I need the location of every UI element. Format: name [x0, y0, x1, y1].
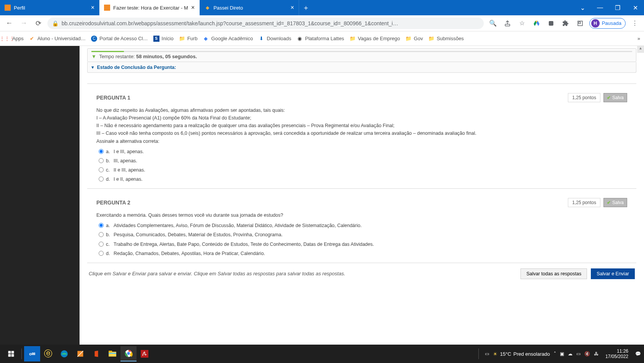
estado-label: Estado de Conclusão da Pergunta:	[97, 65, 176, 70]
bookmark-icon: ✔	[29, 36, 35, 42]
zoom-icon[interactable]: 🔍	[488, 18, 498, 29]
task-outlook[interactable]: o✉	[24, 346, 40, 361]
radio-input[interactable]	[99, 167, 104, 172]
puzzle-icon[interactable]	[560, 18, 571, 29]
task-office[interactable]	[88, 346, 104, 361]
tab-search-icon[interactable]: ⌄	[574, 0, 591, 15]
radio-input[interactable]	[99, 158, 104, 163]
task-notes[interactable]	[72, 346, 88, 361]
check-icon: ✔	[607, 200, 611, 205]
windows-taskbar: o✉ ⓔ ▭ ☀ 15°C Pred ensolarado ˄ ▣ ☁ ▭ 🔇 …	[0, 345, 644, 363]
star-icon[interactable]: ☆	[517, 18, 527, 29]
profile-status-label: Pausada	[602, 20, 621, 26]
clock[interactable]: 11:26 17/05/2022	[602, 348, 631, 360]
bookmark-furb[interactable]: 📁Furb	[179, 36, 198, 42]
timer-minutes: 58 minutos,	[136, 54, 165, 59]
option-c[interactable]: c. II e III, apenas.	[96, 165, 627, 175]
tray-network-icon[interactable]: 🖧	[594, 351, 598, 356]
clock-date: 17/05/2022	[605, 354, 628, 359]
question-1: PERGUNTA 1 1,25 pontos ✔ Salva No que di…	[87, 83, 636, 189]
timer-bar: ▼ Tempo restante: 58 minutos, 05 segundo…	[87, 48, 636, 62]
option-letter: a.	[106, 222, 111, 229]
reload-button[interactable]: ⟳	[33, 18, 44, 29]
task-ie[interactable]: ⓔ	[40, 346, 56, 361]
new-tab-button[interactable]: ＋	[299, 0, 313, 15]
option-d[interactable]: d. I e II, apenas.	[96, 175, 627, 184]
bookmark-google-academico[interactable]: ◆Google Acadêmico	[203, 36, 253, 42]
tray-meet-icon[interactable]: ▣	[560, 351, 564, 356]
bookmark-lattes[interactable]: ◉Plataforma Lattes	[297, 36, 344, 42]
question-line: I – A Avaliação Presencial (A1) compõe 6…	[96, 114, 627, 121]
radio-input[interactable]	[99, 242, 104, 247]
option-text: Redação, Chamados, Debates, Apostilas, H…	[114, 250, 265, 257]
task-view-icon[interactable]: ▭	[485, 351, 489, 356]
option-a[interactable]: a. Atividades Complementares, Aviso, Fór…	[96, 221, 627, 230]
svg-rect-10	[8, 354, 11, 357]
tray-battery-icon[interactable]: ▭	[576, 351, 581, 356]
bookmark-submissoes[interactable]: 📁Submissões	[428, 36, 464, 42]
task-explorer[interactable]	[104, 346, 120, 361]
bookmark-icon: C	[91, 36, 97, 42]
save-all-button[interactable]: Salvar todas as respostas	[520, 268, 587, 279]
svg-rect-8	[8, 351, 11, 354]
tab-perfil[interactable]: Perfil ×	[0, 0, 99, 15]
tray-volume-icon[interactable]: 🔇	[584, 351, 590, 356]
option-text: Trabalho de Entrega, Alertas, Bate Papo,…	[114, 241, 374, 248]
weather-widget[interactable]: ☀ 15°C Pred ensolarado	[493, 351, 550, 357]
drive-icon[interactable]	[531, 18, 542, 29]
option-b[interactable]: b. III, apenas.	[96, 156, 627, 165]
bookmark-downloads[interactable]: ⬇Downloads	[258, 36, 291, 42]
share-icon[interactable]	[502, 18, 513, 29]
svg-rect-7	[579, 22, 581, 24]
task-acrobat[interactable]	[137, 346, 153, 361]
bookmark-gov[interactable]: 📁Gov	[405, 36, 423, 42]
bookmark-overflow[interactable]: »	[637, 36, 640, 41]
bookmark-vagas[interactable]: 📁Vagas de Emprego	[350, 36, 400, 42]
radio-input[interactable]	[99, 232, 104, 237]
radio-input[interactable]	[99, 177, 104, 182]
scroll-up-button[interactable]: ▲	[637, 46, 644, 53]
reading-list-icon[interactable]	[575, 18, 585, 29]
close-icon[interactable]: ×	[91, 5, 94, 11]
radio-input[interactable]	[99, 223, 104, 228]
option-c[interactable]: c. Trabalho de Entrega, Alertas, Bate Pa…	[96, 240, 627, 249]
start-button[interactable]	[3, 346, 19, 361]
task-chrome[interactable]	[120, 346, 137, 361]
option-text: I e II, apenas.	[114, 176, 143, 183]
address-bar[interactable]: 🔒 bb.cruzeirodosulvirtual.com.br/webapps…	[47, 18, 484, 29]
completion-status-bar[interactable]: ▾ Estado de Conclusão da Pergunta:	[87, 62, 636, 73]
saved-label: Salva	[612, 95, 624, 100]
apps-button[interactable]: ⋮⋮⋮Apps	[4, 36, 24, 42]
bookmark-portal[interactable]: CPortal de Acesso Cl…	[91, 36, 148, 42]
task-edge[interactable]	[56, 346, 72, 361]
option-letter: d.	[106, 250, 111, 257]
bookmark-aluno[interactable]: ✔Aluno - Universidad…	[29, 36, 86, 42]
svg-rect-16	[109, 353, 116, 354]
menu-icon[interactable]: ⋮	[629, 18, 640, 29]
bookmark-label: Apps	[12, 36, 24, 41]
notifications-icon[interactable]: 💬	[635, 351, 641, 356]
option-a[interactable]: a. I e III, apenas.	[96, 147, 627, 156]
bookmark-inicio[interactable]: SInício	[153, 36, 174, 42]
tray-chevron-up-icon[interactable]: ˄	[554, 351, 556, 356]
profile-button[interactable]: H Pausada	[589, 18, 626, 29]
save-submit-button[interactable]: Salvar e Enviar	[591, 268, 635, 279]
collapse-icon[interactable]: ▼	[91, 54, 96, 59]
maximize-icon[interactable]: ❐	[609, 0, 626, 15]
back-button[interactable]: ←	[4, 18, 15, 29]
extension-icon[interactable]	[546, 18, 556, 29]
radio-input[interactable]	[99, 149, 104, 154]
close-icon[interactable]: ×	[291, 5, 294, 11]
option-d[interactable]: d. Redação, Chamados, Debates, Apostilas…	[96, 249, 627, 258]
forward-button[interactable]: →	[18, 18, 29, 29]
svg-rect-11	[11, 354, 14, 357]
question-stem: No que diz respeito às Avaliações, algum…	[96, 107, 627, 114]
radio-input[interactable]	[99, 251, 104, 256]
tray-onedrive-icon[interactable]: ☁	[568, 351, 572, 356]
close-icon[interactable]: ×	[191, 5, 195, 11]
close-window-icon[interactable]: ✕	[626, 0, 644, 15]
tab-test[interactable]: Fazer teste: Hora de Exercitar - M ×	[99, 0, 200, 15]
minimize-icon[interactable]: —	[591, 0, 609, 15]
tab-passei[interactable]: ◆ Passei Direto ×	[200, 0, 299, 15]
option-b[interactable]: b. Pesquisa, Comunicados, Debates, Mater…	[96, 230, 627, 239]
